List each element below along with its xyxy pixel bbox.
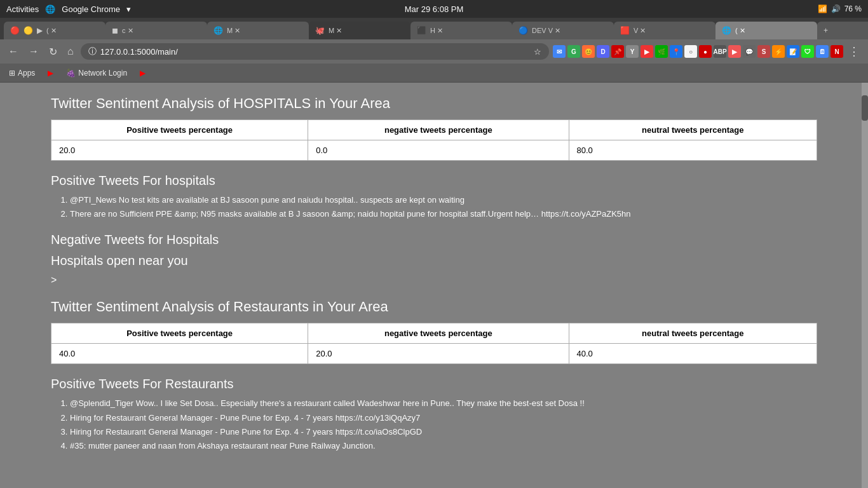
- restaurants-sentiment-table: Positive tweets percentage negative twee…: [51, 323, 817, 364]
- tab-7[interactable]: 🟥V ✕: [614, 22, 715, 39]
- hospitals-sentiment-table: Positive tweets percentage negative twee…: [51, 119, 817, 161]
- tab-1[interactable]: 🔴🟡▶( ✕: [4, 22, 105, 39]
- tab-active[interactable]: 🌐( ✕: [715, 22, 817, 39]
- scrollbar-thumb[interactable]: [862, 95, 868, 121]
- hospitals-table-header-negative: negative tweets percentage: [308, 120, 569, 140]
- hospitals-near-title: Hospitals open near you: [51, 254, 817, 268]
- yt-icon2-bookmark[interactable]: ▶: [136, 67, 149, 79]
- hospitals-positive-tweet-2: There are no Sufficient PPE &amp; N95 ma…: [70, 208, 817, 220]
- hospitals-positive-tweets-title: Positive Tweets For hospitals: [51, 173, 817, 188]
- reload-button[interactable]: ↻: [46, 44, 60, 59]
- tab-new[interactable]: +: [817, 22, 868, 39]
- tab-4[interactable]: 🐙M ✕: [309, 22, 410, 39]
- hospitals-negative-tweets-title: Negative Tweets for Hospitals: [51, 233, 817, 247]
- ext-icon-19[interactable]: 🗓: [816, 45, 829, 58]
- ext-icon-20[interactable]: N: [831, 45, 843, 58]
- activities-label[interactable]: Activities: [6, 4, 39, 14]
- ext-icon-14[interactable]: 💬: [743, 45, 756, 58]
- ext-icon-3[interactable]: 😊: [582, 45, 595, 58]
- restaurants-positive-tweets-title: Positive Tweets For Restaurants: [51, 377, 817, 391]
- url-text[interactable]: 127.0.0.1:5000/main/: [100, 47, 178, 57]
- ext-icon-17[interactable]: 📝: [787, 45, 799, 58]
- browser-name[interactable]: Google Chrome: [62, 4, 120, 14]
- ext-icon-13[interactable]: ▶: [728, 45, 741, 58]
- youtube-icon-bookmark[interactable]: ▶: [44, 67, 57, 79]
- hospitals-positive-value: 20.0: [51, 140, 308, 161]
- datetime-label: Mar 29 6:08 PM: [405, 4, 464, 14]
- hospitals-near-link[interactable]: >: [51, 274, 817, 286]
- ext-icon-15[interactable]: S: [757, 45, 770, 58]
- hospitals-section-title: Twitter Sentiment Analysis of HOSPITALS …: [51, 95, 817, 112]
- hospitals-negative-value: 0.0: [308, 140, 569, 161]
- scrollbar[interactable]: [862, 83, 868, 488]
- bookmark-star-icon[interactable]: ☆: [534, 47, 541, 57]
- ext-icon-1[interactable]: ✉: [553, 45, 566, 58]
- hospitals-neutral-value: 80.0: [569, 140, 817, 161]
- hospitals-table-header-neutral: neutral tweets percentage: [569, 120, 817, 140]
- tab-2[interactable]: ◼c ✕: [105, 22, 207, 39]
- browser-dropdown-icon[interactable]: ▾: [126, 4, 131, 14]
- sound-icon: 🔊: [831, 4, 841, 13]
- restaurants-section-title: Twitter Sentiment Analysis of Restaurant…: [51, 299, 817, 315]
- restaurants-positive-tweet-list: @Splendid_Tiger Wow.. I like Set Dosa.. …: [51, 398, 817, 452]
- youtube-icon: ▶: [48, 69, 53, 78]
- ext-icon-2[interactable]: G: [567, 45, 580, 58]
- ext-icon-9[interactable]: 📍: [670, 45, 682, 58]
- forward-button[interactable]: →: [25, 44, 42, 58]
- browser-icon: 🌐: [45, 4, 55, 14]
- ext-icon-12[interactable]: ABP: [714, 45, 726, 58]
- ext-icon-18[interactable]: 🛡: [801, 45, 814, 58]
- restaurants-table-header-negative: negative tweets percentage: [308, 323, 569, 344]
- hospitals-positive-tweet-1: @PTI_News No test kits are available at …: [70, 194, 817, 206]
- restaurants-positive-tweet-1: @Splendid_Tiger Wow.. I like Set Dosa.. …: [70, 398, 817, 409]
- os-topbar: Activities 🌐 Google Chrome ▾ Mar 29 6:08…: [0, 0, 868, 18]
- restaurants-neutral-value: 40.0: [569, 344, 817, 364]
- ext-icon-16[interactable]: ⚡: [772, 45, 785, 58]
- ext-icon-6[interactable]: Y: [626, 45, 639, 58]
- ext-icon-10[interactable]: ○: [684, 45, 697, 58]
- restaurants-positive-tweet-3: Hiring for Restaurant General Manager - …: [70, 426, 817, 438]
- yt-icon2: ▶: [140, 69, 146, 78]
- battery-label: 76 %: [844, 4, 862, 13]
- back-button[interactable]: ←: [5, 44, 22, 58]
- apps-label[interactable]: Apps: [18, 69, 35, 78]
- bookmark-icon: 🍇: [66, 69, 76, 78]
- bookmarks-bar: ⊞ Apps ▶ 🍇 Network Login ▶: [0, 64, 868, 83]
- restaurants-table-header-positive: Positive tweets percentage: [51, 323, 308, 344]
- restaurants-table-header-neutral: neutral tweets percentage: [569, 323, 817, 344]
- tab-6[interactable]: 🔵DEV V ✕: [512, 22, 614, 39]
- browser-nav-bar: ← → ↻ ⌂ ⓘ 127.0.0.1:5000/main/ ☆ ✉ G 😊 D…: [0, 39, 868, 64]
- hospitals-table-row: 20.0 0.0 80.0: [51, 140, 817, 161]
- restaurants-table-row: 40.0 20.0 40.0: [51, 344, 817, 364]
- lock-icon: ⓘ: [88, 46, 97, 57]
- wifi-icon: 📶: [818, 4, 827, 13]
- extension-icons: ✉ G 😊 D 📌 Y ▶ 🌿 📍 ○ ● ABP ▶ 💬 S ⚡ 📝 🛡 🗓 …: [553, 43, 863, 60]
- home-button[interactable]: ⌂: [64, 44, 77, 58]
- restaurants-positive-value: 40.0: [51, 344, 308, 364]
- apps-bookmark[interactable]: ⊞ Apps: [5, 67, 39, 79]
- ext-icon-4[interactable]: D: [597, 45, 609, 58]
- network-login-bookmark[interactable]: 🍇 Network Login: [62, 67, 131, 79]
- more-options-button[interactable]: ⋮: [845, 43, 863, 60]
- tab-3[interactable]: 🌐M ✕: [207, 22, 309, 39]
- hospitals-positive-tweet-list: @PTI_News No test kits are available at …: [51, 194, 817, 220]
- tab-5[interactable]: ⬛H ✕: [410, 22, 512, 39]
- browser-tabs-bar: 🔴🟡▶( ✕ ◼c ✕ 🌐M ✕ 🐙M ✕ ⬛H ✕ 🔵DEV V ✕ 🟥V ✕…: [0, 18, 868, 39]
- ext-icon-8[interactable]: 🌿: [655, 45, 668, 58]
- url-bar[interactable]: ⓘ 127.0.0.1:5000/main/ ☆: [81, 43, 549, 60]
- ext-icon-5[interactable]: 📌: [611, 45, 624, 58]
- apps-grid-icon: ⊞: [9, 69, 15, 78]
- restaurants-positive-tweet-2: Hiring for Restaurant General Manager - …: [70, 412, 817, 424]
- restaurants-negative-value: 20.0: [308, 344, 569, 364]
- hospitals-table-header-positive: Positive tweets percentage: [51, 120, 308, 140]
- ext-icon-11[interactable]: ●: [699, 45, 712, 58]
- restaurants-positive-tweet-4: #35: mutter paneer and naan from Akshaya…: [70, 440, 817, 452]
- network-login-label[interactable]: Network Login: [78, 69, 127, 78]
- page-content: Twitter Sentiment Analysis of HOSPITALS …: [0, 83, 868, 488]
- ext-icon-7[interactable]: ▶: [641, 45, 653, 58]
